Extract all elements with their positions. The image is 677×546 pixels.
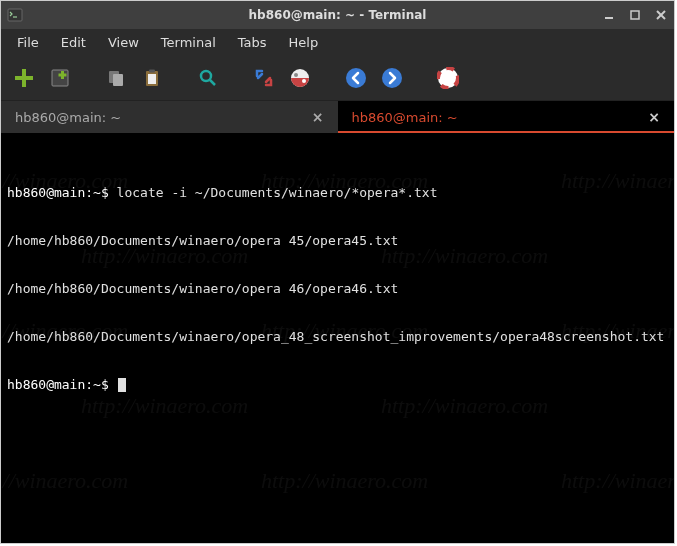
terminal-line: /home/hb860/Documents/winaero/opera_48_s…: [7, 329, 668, 345]
terminal-line: /home/hb860/Documents/winaero/opera 46/o…: [7, 281, 668, 297]
search-icon[interactable]: [195, 65, 221, 91]
command-text: locate -i ~/Documents/winaero/*opera*.tx…: [117, 185, 438, 200]
svg-point-21: [346, 68, 366, 88]
terminal-line: /home/hb860/Documents/winaero/opera 45/o…: [7, 233, 668, 249]
svg-point-25: [444, 73, 453, 82]
svg-point-22: [382, 68, 402, 88]
tab-close-icon[interactable]: ×: [648, 109, 660, 125]
menubar: File Edit View Terminal Tabs Help: [1, 29, 674, 55]
svg-rect-15: [148, 74, 156, 84]
prompt-symbol: $: [101, 185, 109, 200]
tab-1[interactable]: hb860@main: ~ ×: [1, 101, 338, 133]
terminal-window: hb860@main: ~ - Terminal File Edit View …: [0, 0, 675, 544]
menu-edit[interactable]: Edit: [51, 31, 96, 54]
prompt-user: hb860@main: [7, 185, 85, 200]
preferences-icon[interactable]: [287, 65, 313, 91]
titlebar: hb860@main: ~ - Terminal: [1, 1, 674, 29]
prompt-sep: :: [85, 377, 93, 392]
svg-line-17: [210, 80, 215, 85]
svg-rect-12: [113, 74, 123, 86]
maximize-button[interactable]: [626, 6, 644, 24]
toolbar: [1, 55, 674, 101]
cursor: [118, 378, 126, 392]
menu-help[interactable]: Help: [279, 31, 329, 54]
fullscreen-icon[interactable]: [251, 65, 277, 91]
menu-view[interactable]: View: [98, 31, 149, 54]
menu-tabs[interactable]: Tabs: [228, 31, 277, 54]
tab-close-icon[interactable]: ×: [312, 109, 324, 125]
prompt-symbol: $: [101, 377, 109, 392]
tabbar: hb860@main: ~ × hb860@main: ~ ×: [1, 101, 674, 133]
menu-file[interactable]: File: [7, 31, 49, 54]
svg-rect-10: [59, 73, 67, 76]
svg-point-19: [294, 73, 298, 77]
svg-rect-3: [631, 11, 639, 19]
copy-icon[interactable]: [103, 65, 129, 91]
terminal-line: hb860@main:~$ locate -i ~/Documents/wina…: [7, 185, 668, 201]
help-icon[interactable]: [435, 65, 461, 91]
tab-2[interactable]: hb860@main: ~ ×: [338, 101, 675, 133]
tab-label: hb860@main: ~: [352, 110, 458, 125]
svg-rect-0: [8, 9, 22, 21]
prev-tab-icon[interactable]: [343, 65, 369, 91]
svg-rect-8: [52, 70, 68, 86]
prompt-user: hb860@main: [7, 377, 85, 392]
app-icon: [7, 7, 23, 23]
prompt-sep: :: [85, 185, 93, 200]
menu-terminal[interactable]: Terminal: [151, 31, 226, 54]
terminal-line: hb860@main:~$: [7, 377, 668, 393]
svg-point-16: [201, 71, 211, 81]
tab-label: hb860@main: ~: [15, 110, 121, 125]
svg-point-20: [302, 79, 306, 83]
prompt-path: ~: [93, 185, 101, 200]
terminal-view[interactable]: http://winaero.comhttp://winaero.comhttp…: [1, 133, 674, 543]
window-title: hb860@main: ~ - Terminal: [249, 8, 427, 22]
prompt-path: ~: [93, 377, 101, 392]
next-tab-icon[interactable]: [379, 65, 405, 91]
paste-icon[interactable]: [139, 65, 165, 91]
new-tab-icon[interactable]: [11, 65, 37, 91]
new-window-icon[interactable]: [47, 65, 73, 91]
minimize-button[interactable]: [600, 6, 618, 24]
close-button[interactable]: [652, 6, 670, 24]
svg-rect-7: [15, 76, 33, 80]
svg-rect-14: [149, 69, 155, 72]
window-controls: [600, 1, 670, 29]
